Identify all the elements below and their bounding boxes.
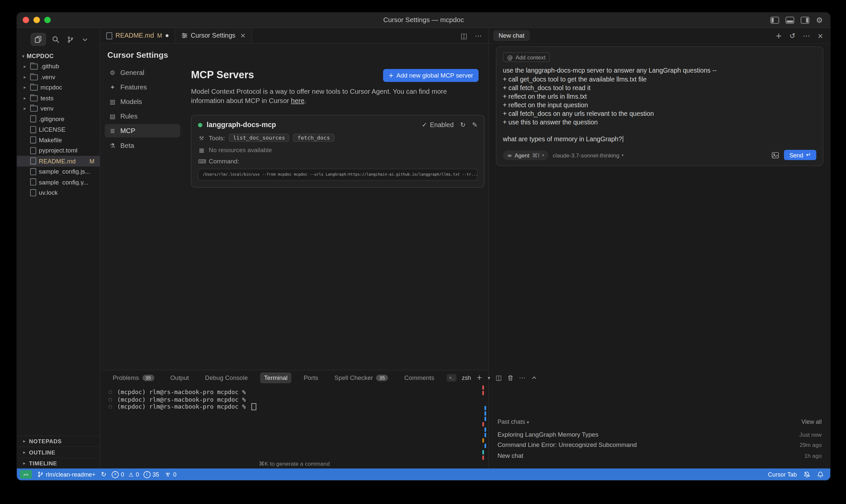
- chat-more-icon[interactable]: ⋯: [803, 32, 810, 40]
- resources-text: No resources available: [209, 146, 272, 153]
- toggle-bottom-panel-icon[interactable]: [786, 17, 794, 23]
- history-icon[interactable]: ↺: [790, 32, 795, 40]
- tab-cursor-settings[interactable]: Cursor Settings ×: [175, 28, 252, 43]
- view-all-link[interactable]: View all: [801, 418, 822, 425]
- search-icon[interactable]: [51, 35, 61, 44]
- chat-tab-new-chat[interactable]: New chat: [493, 30, 530, 41]
- errors-item[interactable]: × 0 ⚠ 0 i 35: [111, 471, 159, 478]
- tree-item-mcpdoc[interactable]: ▸ mcpdoc: [17, 82, 100, 93]
- panel-tab-terminal[interactable]: Terminal: [260, 372, 291, 383]
- zoom-window-button[interactable]: [44, 17, 51, 23]
- tree-item-sample-config-json[interactable]: . sample_config.js...: [17, 166, 100, 177]
- tree-item-makefile[interactable]: . Makefile: [17, 135, 100, 145]
- chat-composer[interactable]: @ Add context use the langgraph-docs-mcp…: [496, 46, 823, 166]
- edit-pencil-icon[interactable]: ✎: [472, 121, 477, 129]
- close-icon[interactable]: ×: [240, 32, 245, 39]
- panel-more-icon[interactable]: ⋯: [519, 374, 525, 381]
- tree-item-venv[interactable]: ▸ venv: [17, 103, 100, 114]
- files-icon: [33, 35, 43, 44]
- ports-item[interactable]: 0: [165, 471, 176, 478]
- agent-mode-selector[interactable]: ∞ Agent ⌘I ▾: [503, 150, 548, 160]
- panel-tab-debug-console[interactable]: Debug Console: [201, 372, 252, 383]
- server-status-dot: [198, 123, 202, 127]
- panel-tab-comments[interactable]: Comments: [400, 372, 438, 383]
- refresh-icon[interactable]: ↻: [460, 121, 465, 129]
- settings-nav-features[interactable]: ✦ Features: [105, 80, 180, 94]
- model-selector[interactable]: claude-3.7-sonnet-thinking ▾: [553, 152, 623, 158]
- tree-root[interactable]: ▾ MCPDOC: [17, 51, 100, 61]
- past-chat-row[interactable]: Command Line Error: Unrecognized Subcomm…: [498, 439, 822, 450]
- tree-item-sample-config-yaml[interactable]: . sample_config.y...: [17, 177, 100, 187]
- toggle-right-panel-icon[interactable]: [801, 17, 810, 23]
- server-command-text[interactable]: /Users/rlm/.local/bin/uvx --from mcpdoc …: [198, 169, 477, 181]
- kill-terminal-icon[interactable]: [507, 374, 514, 381]
- split-editor-icon[interactable]: ◫: [461, 32, 467, 40]
- sync-icon[interactable]: ↻: [101, 471, 106, 478]
- panel-tab-output[interactable]: Output: [167, 372, 193, 383]
- source-control-icon[interactable]: [65, 35, 75, 44]
- settings-nav-models[interactable]: ▥ Models: [105, 95, 180, 108]
- bell-off-icon[interactable]: [804, 471, 810, 478]
- section-outline[interactable]: ▸ OUTLINE: [17, 446, 100, 457]
- panel-tab-ports[interactable]: Ports: [300, 372, 322, 383]
- settings-nav-mcp[interactable]: ≣ MCP: [105, 124, 180, 138]
- settings-nav-general[interactable]: ⚙ General: [105, 66, 180, 79]
- close-chat-icon[interactable]: ×: [817, 32, 824, 40]
- settings-nav-rules[interactable]: ▤ Rules: [105, 110, 180, 123]
- terminal-output[interactable]: ○ (mcpdoc) rlm@rs-macbook-pro mcpdoc % ○…: [100, 385, 488, 411]
- terminal-dropdown-icon[interactable]: ▾: [488, 375, 490, 380]
- explorer-view-button[interactable]: [31, 33, 46, 46]
- enabled-toggle[interactable]: ✓ Enabled: [422, 121, 454, 129]
- close-window-button[interactable]: [23, 17, 29, 23]
- panel-tab-spell-checker[interactable]: Spell Checker 35: [331, 372, 392, 383]
- past-chats-header[interactable]: Past chats ▾: [498, 418, 529, 425]
- settings-nav-beta[interactable]: ⚗ Beta: [105, 139, 180, 152]
- tab-readme[interactable]: README.md M ●: [100, 28, 175, 43]
- toggle-left-panel-icon[interactable]: [771, 17, 779, 23]
- split-terminal-icon[interactable]: ◫: [496, 374, 502, 381]
- cursor-tab-status[interactable]: Cursor Tab: [768, 471, 797, 478]
- editor-tabbar: README.md M ● Cursor Settings × ◫ ⋯: [100, 28, 488, 43]
- settings-nav: ⚙ General ✦ Features ▥ Models: [100, 65, 184, 370]
- chevron-down-icon[interactable]: [80, 35, 89, 44]
- tree-item-label: venv: [40, 105, 53, 112]
- message-line: + reflect on the input question: [503, 101, 816, 109]
- send-button[interactable]: Send ↵: [784, 150, 816, 160]
- error-count: 0: [121, 471, 124, 478]
- tree-item-uvlock[interactable]: . uv.lock: [17, 187, 100, 198]
- tree-item-readme[interactable]: . README.md M: [17, 156, 100, 166]
- tree-item-venv-hidden[interactable]: ▸ .venv: [17, 72, 100, 82]
- tree-item-tests[interactable]: ▸ tests: [17, 93, 100, 103]
- chevron-down-icon: ▾: [22, 53, 24, 58]
- question-text: what are types of memory in LangGraph?: [503, 135, 622, 143]
- maximize-panel-icon[interactable]: [531, 374, 537, 381]
- chevron-right-icon: ▸: [22, 95, 28, 101]
- shell-name[interactable]: zsh: [462, 374, 471, 381]
- tree-item-gitignore[interactable]: . .gitignore: [17, 114, 100, 124]
- tree-item-github[interactable]: ▸ .github: [17, 61, 100, 72]
- terminal-line: ○ (mcpdoc) rlm@rs-macbook-pro mcpdoc %: [108, 396, 488, 403]
- section-timeline[interactable]: ▸ TIMELINE: [17, 457, 100, 468]
- attach-image-icon[interactable]: [772, 152, 779, 158]
- add-context-chip[interactable]: @ Add context: [503, 52, 550, 62]
- tree-item-license[interactable]: . LICENSE: [17, 124, 100, 135]
- terminal-line: ○ (mcpdoc) rlm@rs-macbook-pro mcpdoc %: [108, 389, 488, 396]
- problems-count-badge: 35: [142, 374, 154, 381]
- remote-indicator[interactable]: ><: [20, 470, 32, 479]
- past-chat-row[interactable]: New chat 1h ago: [498, 450, 822, 461]
- section-notepads[interactable]: ▸ NOTEPADS: [17, 435, 100, 446]
- new-terminal-icon[interactable]: +: [476, 374, 482, 381]
- minimize-window-button[interactable]: [33, 17, 40, 23]
- past-chat-row[interactable]: Exploring LangGraph Memory Types Just no…: [498, 429, 822, 439]
- tree-item-pyproject[interactable]: . pyproject.toml: [17, 145, 100, 156]
- add-mcp-server-button[interactable]: + Add new global MCP server: [383, 69, 479, 82]
- gear-icon[interactable]: ⚙: [816, 16, 823, 24]
- server-name: langgraph-docs-mcp: [207, 121, 276, 129]
- panel-tab-problems[interactable]: Problems 35: [109, 372, 158, 383]
- tree-item-label: sample_config.y...: [39, 179, 88, 185]
- here-link[interactable]: here: [291, 97, 305, 105]
- new-chat-icon[interactable]: +: [776, 31, 782, 40]
- more-icon[interactable]: ⋯: [475, 32, 482, 40]
- bell-icon[interactable]: [817, 471, 824, 478]
- git-branch-item[interactable]: rlm/clean-readme+: [37, 471, 96, 478]
